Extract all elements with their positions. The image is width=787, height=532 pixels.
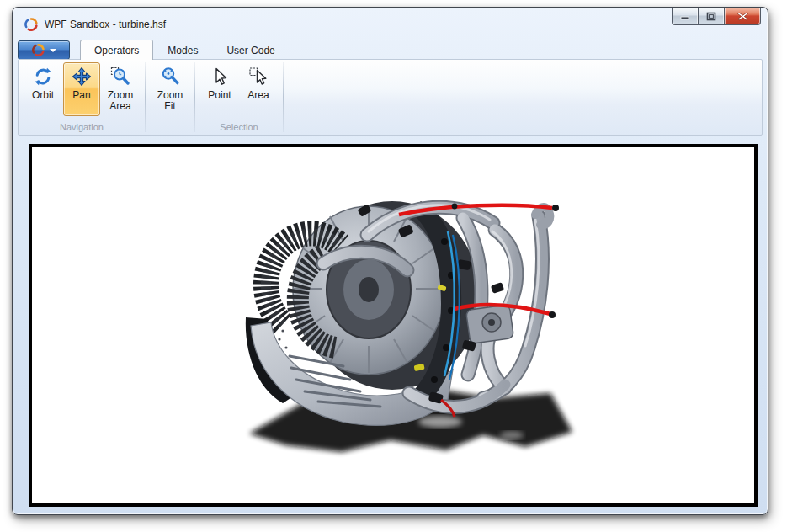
maximize-button[interactable] (698, 8, 725, 25)
ribbon-tab-strip: Operators Modes User Code (18, 40, 763, 60)
zoom-area-label: Zoom Area (103, 90, 138, 112)
minimize-icon (680, 13, 690, 20)
zoom-fit-button[interactable]: Zoom Fit (152, 62, 189, 116)
close-button[interactable] (724, 8, 761, 25)
application-menu-button[interactable] (18, 40, 70, 60)
area-cursor-icon (247, 66, 269, 88)
minimize-button[interactable] (672, 8, 699, 25)
selection-buttons: Point Area (200, 61, 278, 121)
ribbon-separator (283, 62, 284, 132)
chevron-down-icon (50, 49, 56, 52)
group-label-empty (151, 121, 189, 135)
area-label: Area (247, 90, 269, 101)
zoom-area-button[interactable]: Zoom Area (102, 62, 139, 116)
pan-icon (71, 66, 93, 88)
point-cursor-icon (209, 66, 231, 88)
orbit-label: Orbit (32, 90, 54, 101)
zoom-fit-buttons: Zoom Fit (151, 61, 189, 121)
orbit-button[interactable]: Orbit (24, 62, 61, 116)
window-controls (673, 8, 761, 25)
group-label-selection: Selection (200, 121, 278, 135)
hoops-swirl-icon (24, 18, 38, 31)
point-select-button[interactable]: Point (201, 62, 238, 116)
app-window: WPF Sandbox - turbine.hsf (12, 7, 768, 515)
hoops-swirl-icon (32, 44, 45, 56)
close-icon (737, 12, 748, 21)
title-bar[interactable]: WPF Sandbox - turbine.hsf (13, 8, 768, 40)
group-label-navigation: Navigation (24, 121, 140, 135)
screen: WPF Sandbox - turbine.hsf (0, 0, 787, 532)
ribbon-group-selection: Point Area Selection (195, 60, 283, 135)
zoom-fit-icon (159, 66, 181, 88)
tab-user-code[interactable]: User Code (212, 40, 289, 60)
zoom-area-icon (109, 66, 131, 88)
zoom-fit-label: Zoom Fit (152, 90, 188, 112)
point-label: Point (208, 90, 231, 101)
viewport-canvas[interactable] (29, 144, 758, 507)
ribbon-group-navigation: Orbit Pan (19, 60, 145, 135)
tab-operators[interactable]: Operators (80, 40, 153, 60)
orbit-icon (32, 66, 54, 88)
ribbon-group-zoom-fit: Zoom Fit (146, 60, 194, 135)
pan-label: Pan (72, 90, 90, 101)
turbo-housing (465, 305, 513, 344)
navigation-buttons: Orbit Pan (24, 61, 140, 121)
tab-modes[interactable]: Modes (153, 40, 212, 60)
maximize-icon (706, 12, 716, 21)
ribbon: Orbit Pan (18, 59, 763, 136)
turbine-engine-render (242, 183, 579, 482)
area-select-button[interactable]: Area (240, 62, 277, 116)
window-title: WPF Sandbox - turbine.hsf (45, 19, 166, 30)
pan-button[interactable]: Pan (63, 62, 100, 116)
